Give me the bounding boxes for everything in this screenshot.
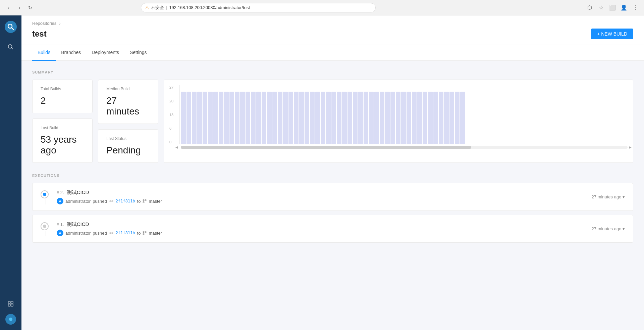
browser-actions: ⬡ ☆ ⬜ 👤 ⋮ — [585, 3, 640, 12]
chart-bar — [423, 92, 427, 144]
chart-bar — [412, 92, 417, 144]
exec-to-2: to — [137, 199, 141, 204]
sidebar-logo[interactable] — [5, 21, 17, 33]
exec-name-2: 测试CICD — [67, 189, 89, 196]
exec-time-2: 27 minutes ago ▾ — [591, 194, 625, 199]
last-status-value: Pending — [106, 145, 150, 156]
y-label-13: 13 — [169, 113, 179, 117]
logo-icon — [7, 23, 14, 30]
exec-number-2: # 2. — [57, 190, 64, 195]
breadcrumb: Repositories › — [32, 21, 633, 26]
address-bar[interactable]: ⚠ 不安全 | 192.168.108.200:20080/administra… — [141, 3, 376, 12]
chart-bar — [407, 92, 411, 144]
chart-bar — [213, 92, 218, 144]
content-area: SUMMARY Total Builds 2 Last Build 53 yea… — [21, 61, 644, 330]
svg-line-3 — [11, 48, 13, 49]
chart-bar — [353, 92, 358, 144]
chart-bar — [294, 92, 299, 144]
tab-branches[interactable]: Branches — [56, 45, 86, 61]
tabs-container: Builds Branches Deployments Settings — [21, 45, 644, 61]
svg-point-8 — [110, 200, 111, 202]
tab-settings[interactable]: Settings — [124, 45, 152, 61]
chart-bar — [369, 92, 374, 144]
page-title-row: test + NEW BUILD — [32, 29, 633, 39]
svg-rect-7 — [11, 304, 13, 306]
last-build-value: 53 years ago — [41, 134, 84, 156]
y-label-0: 0 — [169, 140, 179, 144]
refresh-button[interactable]: ↻ — [25, 3, 35, 12]
exec-connector-1 — [46, 231, 46, 236]
exec-info-2: # 2. 测试CICD A administrator pushed — [57, 189, 586, 204]
chart-bar — [347, 92, 352, 144]
chart-bar — [197, 92, 202, 144]
chart-bar — [331, 92, 336, 144]
exec-action-2: pushed — [93, 199, 107, 204]
chart-bar — [272, 92, 277, 144]
summary-grid: Total Builds 2 Last Build 53 years ago M… — [32, 80, 633, 163]
exec-commit-1: 2f1f811b — [116, 231, 135, 235]
exec-title-row-1: # 1. 测试CICD — [57, 221, 586, 228]
exec-commit-2: 2f1f811b — [116, 199, 135, 203]
chart-bar — [390, 92, 395, 144]
stats-col-1: Total Builds 2 Last Build 53 years ago — [32, 80, 93, 163]
share-button[interactable]: ⬡ — [585, 3, 594, 12]
tab-builds[interactable]: Builds — [32, 45, 56, 61]
y-label-27: 27 — [169, 85, 179, 89]
svg-point-15 — [110, 232, 111, 234]
exec-meta-1: A administrator pushed 2f1f811b to — [57, 230, 586, 236]
forward-button[interactable]: › — [15, 3, 24, 12]
svg-rect-5 — [11, 301, 13, 303]
branch-icon-1 — [143, 231, 147, 235]
svg-rect-6 — [8, 304, 10, 306]
breadcrumb-separator: › — [59, 21, 60, 26]
exec-branch-1: master — [149, 231, 162, 236]
tab-deployments[interactable]: Deployments — [86, 45, 124, 61]
sidebar — [0, 15, 21, 330]
median-build-card: Median Build 27 minutes — [98, 80, 158, 124]
chart-bar — [229, 92, 234, 144]
user-avatar[interactable] — [5, 314, 16, 325]
profile-button[interactable]: 👤 — [619, 3, 629, 12]
chart-bar — [224, 92, 229, 144]
y-label-20: 20 — [169, 99, 179, 103]
svg-point-16 — [112, 232, 113, 234]
chart-bar — [433, 92, 438, 144]
svg-rect-4 — [8, 301, 10, 303]
exec-time-1: 27 minutes ago ▾ — [591, 226, 625, 231]
last-build-label: Last Build — [41, 126, 84, 130]
chart-scrollbar[interactable]: ◀ ▶ — [181, 146, 628, 149]
chart-bar — [417, 92, 422, 144]
execution-item-1[interactable]: # 1. 测试CICD A administrator pushed — [32, 215, 633, 243]
execution-item-2[interactable]: # 2. 测试CICD A administrator pushed — [32, 183, 633, 211]
chart-bar — [240, 92, 245, 144]
menu-button[interactable]: ⋮ — [631, 3, 640, 12]
commit-icon-2 — [109, 199, 114, 203]
exec-inner-circle-1 — [43, 225, 46, 228]
exec-number-1: # 1. — [57, 222, 64, 227]
scroll-right-icon: ▶ — [629, 145, 632, 149]
tab-button[interactable]: ⬜ — [608, 3, 617, 12]
exec-branch-2: master — [149, 199, 162, 204]
new-build-button[interactable]: + NEW BUILD — [591, 29, 633, 39]
executions-label: EXECUTIONS — [32, 174, 633, 178]
exec-avatar-2: A — [57, 198, 63, 204]
chart-bar — [181, 92, 186, 144]
chart-bar — [374, 92, 379, 144]
total-builds-label: Total Builds — [41, 87, 84, 91]
exec-outer-circle-1 — [41, 222, 49, 230]
chart-bar — [235, 92, 239, 144]
chart-bar — [267, 92, 272, 144]
chart-bar — [288, 92, 293, 144]
back-button[interactable]: ‹ — [4, 3, 13, 12]
sidebar-search-icon[interactable] — [5, 41, 17, 53]
chart-bar — [455, 92, 460, 144]
chart-bar — [203, 92, 207, 144]
chart-bar — [192, 92, 197, 144]
chart-bar — [326, 92, 331, 144]
scroll-left-icon: ◀ — [175, 145, 178, 149]
breadcrumb-repositories-link[interactable]: Repositories — [32, 21, 56, 26]
chart-bar — [283, 92, 288, 144]
warning-text: 不安全 — [151, 5, 164, 11]
sidebar-grid-icon[interactable] — [5, 298, 17, 310]
bookmark-button[interactable]: ☆ — [596, 3, 606, 12]
